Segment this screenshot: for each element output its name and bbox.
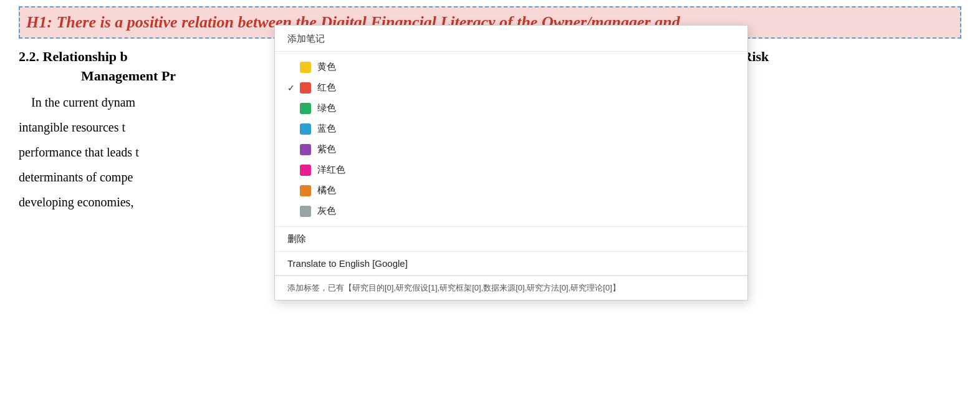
- yellow-swatch: [300, 62, 311, 73]
- delete-action[interactable]: 删除: [275, 227, 747, 251]
- purple-label: 紫色: [317, 143, 336, 155]
- color-options-section: 黄色 ✓ 红色 绿色 蓝色 紫色 洋红色: [275, 52, 747, 227]
- magenta-checkmark: [287, 165, 297, 175]
- color-item-magenta[interactable]: 洋红色: [275, 160, 747, 180]
- color-item-blue[interactable]: 蓝色: [275, 118, 747, 139]
- green-checkmark: [287, 103, 297, 113]
- tags-label: 添加标签，已有【研究目的[0],研究假设[1],研究框架[0],数据来源[0],…: [287, 283, 620, 292]
- gray-checkmark: [287, 206, 297, 216]
- magenta-label: 洋红色: [317, 164, 345, 176]
- color-item-green[interactable]: 绿色: [275, 98, 747, 118]
- green-label: 绿色: [317, 102, 336, 114]
- red-swatch: [300, 82, 311, 94]
- context-menu: 添加笔记 黄色 ✓ 红色 绿色 蓝色 紫色: [274, 25, 748, 300]
- green-swatch: [300, 103, 311, 114]
- purple-swatch: [300, 144, 311, 155]
- purple-checkmark: [287, 145, 297, 155]
- tags-footer[interactable]: 添加标签，已有【研究目的[0],研究假设[1],研究框架[0],数据来源[0],…: [275, 276, 747, 300]
- gray-swatch: [300, 206, 311, 217]
- gray-label: 灰色: [317, 205, 336, 217]
- translate-action[interactable]: Translate to English [Google]: [275, 252, 747, 275]
- blue-checkmark: [287, 124, 297, 134]
- red-checkmark: ✓: [287, 83, 297, 93]
- translate-label: Translate to English [Google]: [287, 258, 408, 269]
- orange-checkmark: [287, 186, 297, 196]
- color-item-red[interactable]: ✓ 红色: [275, 77, 747, 98]
- orange-label: 橘色: [317, 185, 336, 196]
- orange-swatch: [300, 185, 311, 196]
- blue-swatch: [300, 123, 311, 135]
- color-item-purple[interactable]: 紫色: [275, 139, 747, 160]
- delete-label: 删除: [287, 233, 306, 244]
- context-menu-header: 添加笔记: [275, 26, 747, 52]
- color-item-gray[interactable]: 灰色: [275, 201, 747, 221]
- color-item-yellow[interactable]: 黄色: [275, 57, 747, 77]
- blue-label: 蓝色: [317, 123, 336, 135]
- h1-label: H1:: [26, 13, 52, 31]
- yellow-checkmark: [287, 62, 297, 72]
- red-label: 红色: [317, 82, 336, 94]
- magenta-swatch: [300, 165, 311, 176]
- color-item-orange[interactable]: 橘色: [275, 180, 747, 201]
- yellow-label: 黄色: [317, 61, 336, 73]
- add-note-label: 添加笔记: [287, 33, 325, 44]
